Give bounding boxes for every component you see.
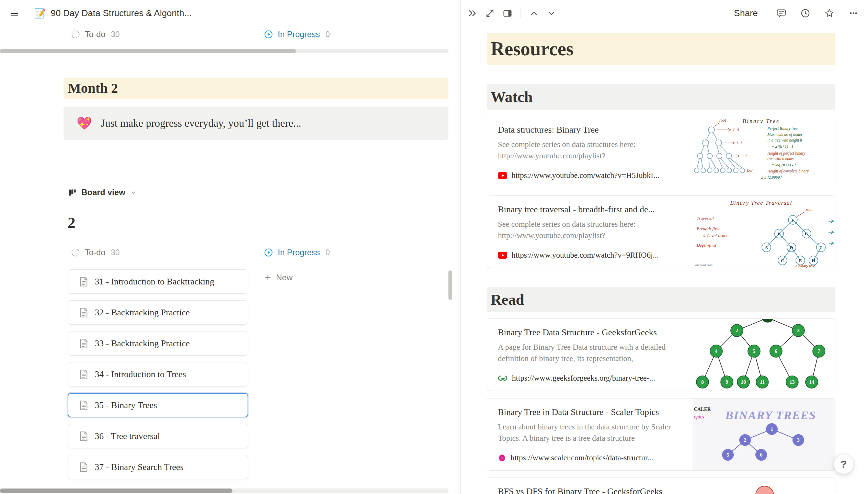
tree-node-number: 3 <box>797 437 800 443</box>
open-full-page-button[interactable] <box>482 6 498 21</box>
bookmark-card-scaler-binary-tree[interactable]: Binary Tree in Data Structure - Scaler T… <box>487 398 835 471</box>
more-options-button[interactable] <box>846 6 861 21</box>
tree-node-number: 5 <box>727 452 729 458</box>
bookmark-link-row: https://www.youtube.com/watch?v=H5JubkI.… <box>498 170 684 181</box>
bookmark-card-gfg-bfs-dfs[interactable]: BFS vs DFS for Binary Tree - GeeksforGee… <box>487 478 835 494</box>
document-icon <box>79 400 88 411</box>
ellipsis-icon <box>848 8 859 19</box>
new-card-label: New <box>276 273 293 282</box>
in-progress-column-label: In Progress <box>278 248 320 257</box>
section-heading-read: Read <box>487 287 835 312</box>
vertical-scrollbar-thumb[interactable] <box>448 270 452 300</box>
thumb-note: Maximum no of nodes <box>767 132 802 137</box>
todo-column-header-top[interactable]: To-do 30 <box>71 27 120 41</box>
board-card-37[interactable]: 37 - Binary Search Trees <box>68 455 248 479</box>
bookmark-description: A page for Binary Tree Data structure wi… <box>498 341 684 364</box>
bookmark-title: Binary tree traversal - breadth-first an… <box>498 204 684 215</box>
tree-node-letter: G <box>805 231 808 236</box>
favorite-button[interactable] <box>822 6 837 21</box>
double-chevron-right-icon <box>467 8 478 19</box>
tree-node-letter: B <box>778 231 781 236</box>
thumb-note: tree with n nodes <box>767 157 795 161</box>
share-button[interactable]: Share <box>734 8 758 19</box>
tree-node-letter: D <box>790 245 793 250</box>
bookmark-link-row: https://www.youtube.com/watch?v=9RHO6j..… <box>498 250 684 260</box>
bookmark-thumbnail: Binary Tree Traversal Traversal Breadth-… <box>693 196 835 268</box>
board-card-35-selected[interactable]: 35 - Binary Trees <box>68 393 248 417</box>
scrollbar-thumb[interactable] <box>0 489 232 493</box>
todo-column-count: 30 <box>111 248 120 257</box>
todo-status-icon <box>71 248 80 257</box>
board-view-tab[interactable]: Board view <box>68 185 137 200</box>
todo-column-label: To-do <box>85 248 105 257</box>
document-icon <box>79 431 88 441</box>
board-horizontal-scrollbar-bottom[interactable] <box>0 489 448 493</box>
previous-page-button[interactable] <box>526 6 541 21</box>
board-card-33[interactable]: 33 - Backtracking Practice <box>68 331 248 356</box>
bookmark-card-gfg-binary-tree[interactable]: Binary Tree Data Structure - GeeksforGee… <box>487 318 835 391</box>
page-title-text: Resources <box>491 38 574 60</box>
document-icon <box>79 369 88 380</box>
thumb-note: 3 ≤ ⌊2.9069⌋ <box>761 175 782 179</box>
tree-node-number: 10 <box>741 379 746 385</box>
sidebar-toggle-button[interactable] <box>7 6 22 21</box>
board-horizontal-scrollbar-top[interactable] <box>0 49 448 53</box>
geeksforgeeks-icon <box>498 375 507 381</box>
expand-diagonal-icon <box>485 8 495 19</box>
card-title: 31 - Introduction to Backtracking <box>95 277 214 287</box>
scrollbar-thumb[interactable] <box>0 49 296 53</box>
plus-icon <box>264 273 272 282</box>
next-page-button[interactable] <box>544 6 559 21</box>
thumb-level-label: L-2 <box>741 154 747 158</box>
new-card-button[interactable]: New <box>264 271 293 284</box>
board-card-31[interactable]: 31 - Introduction to Backtracking <box>68 269 248 294</box>
bookmark-thumbnail: 2 3 4 5 6 7 8 9 10 11 13 14 <box>693 319 835 391</box>
board-card-32[interactable]: 32 - Backtracking Practice <box>68 300 248 325</box>
thumb-note: ↳ Level-order <box>702 233 728 238</box>
youtube-icon <box>498 252 507 259</box>
in-progress-status-icon <box>264 30 273 39</box>
document-icon <box>79 277 88 287</box>
month-heading-text: Month 2 <box>68 80 118 96</box>
tree-node-number: 1 <box>763 492 766 494</box>
in-progress-column-header-top[interactable]: In Progress 0 <box>264 27 330 41</box>
callout-text: Just make progress everyday, you’ll get … <box>101 117 301 130</box>
board-card-36[interactable]: 36 - Tree traversal <box>68 424 248 448</box>
tree-node-letter: H <box>812 258 815 263</box>
todo-column-header[interactable]: To-do 30 <box>71 246 120 259</box>
thumb-note: in a tree with height h <box>767 138 802 143</box>
bookmark-title: Data structures: Binary Tree <box>498 125 684 135</box>
in-progress-column-header[interactable]: In Progress 0 <box>264 246 330 259</box>
comments-button[interactable] <box>774 6 789 21</box>
close-side-peek-button[interactable] <box>465 6 480 21</box>
tree-node-number: 2 <box>735 328 738 333</box>
watch-heading-text: Watch <box>491 88 533 106</box>
history-button[interactable] <box>798 6 813 21</box>
thumb-level-label: L-1 <box>736 141 742 145</box>
side-peek-toolbar: Share <box>461 0 868 26</box>
card-title: 34 - Introduction to Trees <box>95 369 186 380</box>
section-heading-watch: Watch <box>487 84 835 110</box>
breadcrumb-page-title: 90 Day Data Structures & Algorith... <box>51 8 192 19</box>
thumb-root-label: root <box>806 207 813 212</box>
bookmark-card-youtube-traversal[interactable]: Binary tree traversal - breadth-first an… <box>487 195 835 268</box>
tree-node-number: 13 <box>790 379 795 385</box>
in-progress-column-label: In Progress <box>278 30 320 39</box>
tree-node-number: 9 <box>726 379 728 385</box>
in-progress-status-icon <box>264 248 273 257</box>
notion-window: 📝 90 Day Data Structures & Algorith... T… <box>0 0 868 494</box>
breadcrumb[interactable]: 📝 90 Day Data Structures & Algorith... <box>34 8 192 19</box>
board-card-34[interactable]: 34 - Introduction to Trees <box>68 362 248 386</box>
tree-node-letter: I <box>820 245 822 250</box>
scaler-icon <box>498 454 506 462</box>
card-title: 32 - Backtracking Practice <box>95 307 190 318</box>
bookmark-text: Data structures: Binary Tree See complet… <box>487 116 693 188</box>
bookmark-card-youtube-binary-tree[interactable]: Data structures: Binary Tree See complet… <box>487 116 835 188</box>
bookmark-url: https://www.youtube.com/watch?v=9RHO6j..… <box>512 251 659 260</box>
document-icon <box>79 338 88 349</box>
thumb-level-label: L-0 <box>733 127 739 132</box>
help-button[interactable]: ? <box>834 454 854 474</box>
bookmark-text: Binary Tree in Data Structure - Scaler T… <box>487 398 693 470</box>
side-peek-mode-button[interactable] <box>500 6 515 21</box>
card-title: 35 - Binary Trees <box>95 400 157 411</box>
